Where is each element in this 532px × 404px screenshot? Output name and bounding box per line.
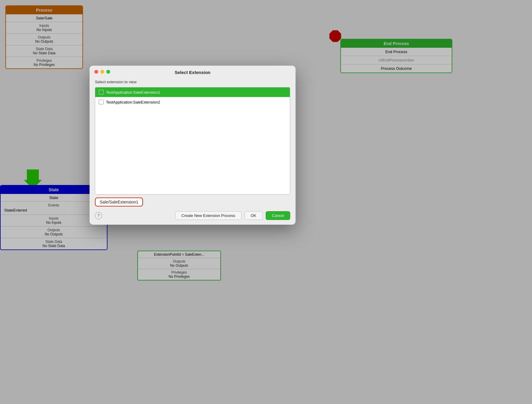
ok-button[interactable]: OK xyxy=(245,211,263,220)
selected-value-container: Sale/SaleExtension1 xyxy=(95,198,290,206)
minimize-button[interactable] xyxy=(100,70,104,74)
modal-titlebar: Select Extension xyxy=(90,66,296,78)
traffic-lights xyxy=(94,70,110,74)
close-button[interactable] xyxy=(94,70,98,74)
list-item-label-2: TestApplication:SaleExtension2 xyxy=(106,100,160,104)
modal-title: Select Extension xyxy=(175,70,210,75)
list-item-2[interactable]: TestApplication:SaleExtension2 xyxy=(95,97,290,107)
extension-list: TestApplication:SaleExtension1 TestAppli… xyxy=(95,87,290,195)
select-extension-modal: Select Extension Select extension to vie… xyxy=(90,66,296,225)
cancel-button[interactable]: Cancel xyxy=(266,211,290,220)
footer-buttons: Create New Extension Process OK Cancel xyxy=(175,211,290,220)
item-icon-2 xyxy=(99,100,104,104)
modal-footer: ? Create New Extension Process OK Cancel xyxy=(90,208,296,220)
create-new-extension-button[interactable]: Create New Extension Process xyxy=(175,211,242,220)
help-icon[interactable]: ? xyxy=(95,212,102,219)
list-item-1[interactable]: TestApplication:SaleExtension1 xyxy=(95,87,290,97)
list-item-label-1: TestApplication:SaleExtension1 xyxy=(106,90,160,95)
item-icon-1 xyxy=(99,90,104,95)
modal-subtitle: Select extension to view xyxy=(90,78,296,87)
selected-value-display: Sale/SaleExtension1 xyxy=(95,198,143,206)
maximize-button[interactable] xyxy=(106,70,110,74)
